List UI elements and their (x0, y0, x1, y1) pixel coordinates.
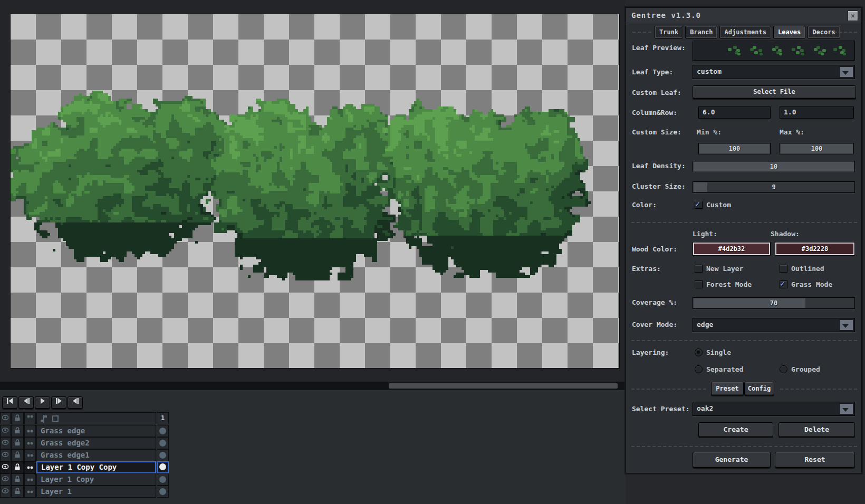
layer-name[interactable]: Layer 1 (36, 486, 156, 498)
layer-name[interactable]: Grass edge1 (36, 449, 156, 461)
custom-color-checkbox-label: Custom (706, 201, 731, 209)
layer-lock-toggle[interactable] (11, 449, 24, 461)
separated-radio[interactable] (695, 365, 703, 373)
wood-light-swatch[interactable]: #4d2b32 (693, 242, 771, 256)
layer-lock-toggle[interactable] (11, 425, 24, 437)
leaf-density-value: 10 (693, 163, 854, 170)
gentree-panel: Gentree v1.3.0 ✕ TrunkBranchAdjustmentsL… (626, 7, 862, 473)
new-layer-checkbox[interactable] (695, 265, 703, 273)
cluster-size-slider[interactable]: 9 (693, 181, 855, 193)
play-button[interactable] (35, 396, 50, 409)
separated-label: Separated (706, 365, 743, 373)
cel-options-icon[interactable] (52, 415, 59, 422)
divider (631, 446, 857, 447)
gentree-titlebar[interactable]: Gentree v1.3.0 ✕ (626, 8, 861, 23)
timeline-settings-icon[interactable] (40, 415, 48, 423)
select-preset-label: Select Preset: (632, 405, 690, 413)
layer-visibility-toggle[interactable] (0, 437, 11, 449)
wood-shadow-swatch[interactable]: #3d2228 (775, 242, 855, 256)
skip-last-frame-button[interactable] (68, 396, 83, 409)
tab-trunk[interactable]: Trunk (655, 26, 683, 38)
min-size-slider[interactable]: 100 (698, 143, 771, 154)
row-input[interactable]: 1.0 (780, 106, 854, 119)
tab-adjustments[interactable]: Adjustments (719, 26, 771, 38)
layer-cel[interactable] (157, 461, 169, 473)
leaf-type-dropdown[interactable]: custom (693, 65, 855, 79)
layer-lock-toggle[interactable] (11, 473, 24, 486)
custom-color-checkbox[interactable] (695, 201, 703, 209)
next-frame-button[interactable] (51, 396, 66, 409)
layer-continuous-toggle[interactable] (24, 425, 36, 437)
outlined-checkbox[interactable] (780, 265, 787, 273)
horizontal-scrollbar-handle[interactable] (389, 383, 618, 389)
layer-name[interactable]: Layer 1 Copy (36, 473, 156, 486)
layer-row[interactable]: Grass edge1 (0, 449, 169, 461)
layer-name[interactable]: Layer 1 Copy Copy (36, 461, 156, 473)
forest-mode-checkbox[interactable] (695, 280, 703, 288)
sprite-canvas[interactable] (10, 14, 620, 369)
layer-row[interactable]: Layer 1 Copy Copy (0, 461, 169, 473)
horizontal-scrollbar[interactable] (0, 382, 626, 390)
two-dots-icon (26, 414, 34, 419)
layer-lock-toggle[interactable] (11, 461, 24, 473)
grouped-radio[interactable] (780, 365, 787, 373)
reset-button[interactable]: Reset (775, 452, 855, 468)
toggle-all-lock[interactable] (11, 412, 24, 424)
chevron-down-icon[interactable] (839, 403, 853, 414)
layer-cel[interactable] (157, 425, 169, 437)
cover-mode-dropdown[interactable]: edge (693, 318, 855, 332)
layer-visibility-toggle[interactable] (0, 425, 11, 437)
tab-branch[interactable]: Branch (685, 26, 717, 38)
layer-cel[interactable] (157, 437, 169, 449)
min-percent-label: Min %: (697, 128, 722, 136)
layer-visibility-toggle[interactable] (0, 449, 11, 461)
lock-icon (14, 476, 21, 482)
layer-cel[interactable] (157, 473, 169, 486)
coverage-slider[interactable]: 70 (693, 297, 855, 309)
previous-frame-button[interactable] (18, 396, 34, 409)
max-size-slider[interactable]: 100 (780, 143, 854, 154)
layer-lock-toggle[interactable] (11, 486, 24, 498)
chevron-down-icon[interactable] (839, 319, 853, 331)
layer-row[interactable]: Grass edge (0, 425, 169, 437)
toggle-all-continuous[interactable] (24, 412, 36, 424)
layer-continuous-toggle[interactable] (24, 473, 36, 486)
layer-cel[interactable] (157, 449, 169, 461)
select-file-button[interactable]: Select File (693, 85, 856, 99)
leaf-density-slider[interactable]: 10 (693, 161, 855, 172)
skip-first-frame-button[interactable] (2, 396, 17, 409)
close-icon[interactable]: ✕ (848, 11, 858, 21)
layer-visibility-toggle[interactable] (0, 461, 11, 473)
layer-name[interactable]: Grass edge (36, 425, 156, 437)
generate-button[interactable]: Generate (693, 452, 771, 468)
layer-row[interactable]: Layer 1 (0, 486, 169, 498)
layer-name[interactable]: Grass edge2 (36, 437, 156, 449)
layer-continuous-toggle[interactable] (24, 486, 36, 498)
preset-tab[interactable]: Preset (711, 382, 744, 395)
play-icon (40, 398, 46, 404)
layer-continuous-toggle[interactable] (24, 437, 36, 449)
layer-continuous-toggle[interactable] (24, 461, 36, 473)
layer-visibility-toggle[interactable] (0, 473, 11, 486)
layer-list-header: 1 (0, 412, 169, 424)
cel-dot (159, 440, 166, 447)
layer-lock-toggle[interactable] (11, 437, 24, 449)
create-button[interactable]: Create (698, 422, 773, 437)
layer-visibility-toggle[interactable] (0, 486, 11, 498)
layer-row[interactable]: Layer 1 Copy (0, 473, 169, 486)
delete-button[interactable]: Delete (778, 422, 855, 437)
frame-number-header[interactable]: 1 (157, 412, 169, 424)
column-input[interactable]: 6.0 (698, 106, 771, 119)
single-radio[interactable] (695, 348, 703, 356)
config-tab[interactable]: Config (744, 382, 774, 395)
layer-continuous-toggle[interactable] (24, 449, 36, 461)
select-preset-dropdown[interactable]: oak2 (693, 402, 855, 416)
toggle-all-visibility[interactable] (0, 412, 11, 424)
layer-row[interactable]: Grass edge2 (0, 437, 169, 449)
chevron-down-icon[interactable] (839, 66, 853, 77)
layer-cel[interactable] (157, 486, 169, 498)
grass-mode-checkbox[interactable] (780, 280, 787, 288)
tab-leaves[interactable]: Leaves (773, 26, 805, 38)
eye-icon (2, 476, 9, 482)
eye-icon (2, 439, 9, 445)
